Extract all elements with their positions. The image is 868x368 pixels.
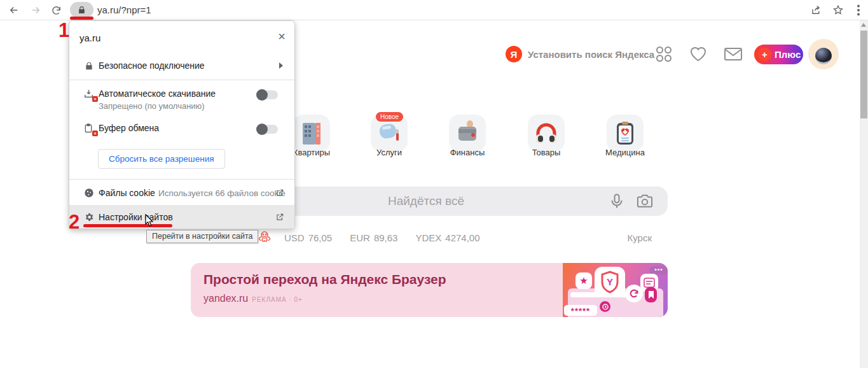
scrollbar-thumb[interactable] — [860, 31, 867, 118]
blocked-badge-icon: × — [92, 96, 98, 102]
apps-grid-icon[interactable] — [654, 45, 673, 64]
mouse-cursor — [145, 214, 154, 230]
close-icon[interactable]: × — [278, 30, 286, 43]
service-tile-apartments[interactable] — [293, 115, 330, 152]
service-label[interactable]: Медицина — [587, 148, 663, 157]
site-settings-label: Настройки сайтов — [99, 212, 173, 222]
address-bar-url[interactable]: ya.ru/?npr=1 — [97, 4, 151, 15]
external-link-icon — [275, 188, 284, 197]
scrollbar[interactable] — [860, 20, 868, 368]
paint-roller-icon — [377, 120, 401, 146]
popup-header: ya.ru × — [69, 21, 294, 52]
annotation-underline-1 — [70, 17, 93, 20]
banner-rating-stars: ***** — [564, 305, 597, 316]
currency-rates: USD76,05 EUR89,63 YDEX4274,00 — [284, 232, 480, 243]
favorites-heart-icon[interactable] — [689, 45, 708, 64]
blocked-badge-icon: × — [92, 131, 98, 136]
medical-clipboard-icon — [614, 120, 636, 146]
headphones-icon — [534, 120, 559, 146]
clipboard-icon: × — [83, 123, 95, 134]
auto-download-toggle[interactable] — [256, 90, 278, 99]
annotation-step-1: 1 — [59, 19, 69, 42]
auto-download-status: Запрещено (по умолчанию) — [99, 101, 205, 111]
ad-banner[interactable]: Простой переход на Яндекс Браузер yandex… — [191, 263, 668, 317]
banner-domain: yandex.ruРЕКЛАМА · 0+ — [203, 293, 303, 304]
back-icon[interactable] — [6, 3, 22, 18]
svg-text:Y: Y — [607, 276, 613, 287]
banner-shield-icon: Y — [595, 267, 625, 297]
clipboard-toggle[interactable] — [256, 125, 278, 134]
forward-icon[interactable] — [28, 3, 43, 18]
clipboard-label: Буфер обмена — [99, 123, 159, 133]
popup-site-title: ya.ru — [79, 32, 100, 43]
banner-star-icon: ★ — [575, 272, 592, 289]
city-selector[interactable]: Курск — [628, 232, 652, 243]
banner-illustration: ★ Y ••• ***** — [563, 263, 668, 317]
voice-search-mic-icon[interactable] — [608, 192, 626, 210]
gear-icon — [83, 211, 95, 223]
annotation-step-2: 2 — [69, 211, 79, 234]
banner-ad-label: РЕКЛАМА · 0+ — [252, 296, 303, 303]
permissions-section: × Автоматическое скачивание Запрещено (п… — [69, 80, 294, 179]
lock-icon — [83, 60, 95, 71]
cookies-row[interactable]: Файлы cookie Используется 66 файлов cook… — [69, 181, 294, 205]
mail-icon[interactable] — [724, 45, 743, 64]
browser-toolbar: ya.ru/?npr=1 — [0, 0, 868, 20]
site-info-lock-button[interactable] — [70, 2, 93, 18]
bookmark-star-icon[interactable] — [830, 3, 846, 18]
chevron-right-icon — [279, 62, 283, 69]
service-label[interactable]: Товары — [508, 148, 584, 157]
install-search-link[interactable]: Установить поиск Яндекса — [528, 49, 654, 60]
service-tile-goods[interactable] — [528, 115, 565, 152]
service-tile-finance[interactable] — [449, 115, 486, 152]
avatar-image — [815, 48, 832, 64]
plus-logo-icon: + — [758, 48, 771, 61]
cookies-count-info: Используется 66 файлов cookie — [158, 188, 286, 198]
service-tile-medicine[interactable] — [607, 115, 644, 152]
yandex-logo[interactable]: Я — [506, 46, 522, 62]
external-link-icon — [275, 213, 284, 222]
rate-usd[interactable]: USD76,05 — [284, 232, 332, 243]
plus-subscription-button[interactable]: + Плюс — [754, 45, 803, 64]
tooltip: Перейти в настройки сайта — [146, 230, 258, 243]
banner-bookmark-icon — [645, 287, 657, 302]
service-label[interactable]: Услуги — [351, 148, 427, 157]
refresh-icon[interactable] — [48, 3, 64, 18]
auto-download-icon: × — [83, 88, 95, 100]
image-search-icon[interactable] — [636, 192, 654, 210]
annotation-underline-2 — [83, 224, 172, 227]
auto-download-label: Автоматическое скачивание — [99, 88, 216, 99]
cookie-icon — [83, 187, 95, 199]
rate-eur[interactable]: EUR89,63 — [350, 232, 397, 243]
wallet-icon — [456, 120, 479, 146]
new-badge: Новое — [376, 112, 403, 122]
auto-download-row: × Автоматическое скачивание Запрещено (п… — [69, 84, 294, 113]
reset-permissions-button[interactable]: Сбросить все разрешения — [98, 149, 225, 169]
cookies-label: Файлы cookie — [99, 188, 155, 198]
service-label[interactable]: Финансы — [429, 148, 506, 157]
scrollbar-up-arrow[interactable] — [861, 23, 866, 27]
banner-clock-icon — [600, 301, 610, 312]
site-info-popup: ya.ru × Безопасное подключение × Автомат… — [69, 20, 295, 229]
rate-ydex[interactable]: YDEX4274,00 — [415, 232, 479, 243]
banner-title: Простой переход на Яндекс Браузер — [203, 272, 446, 287]
lock-icon — [78, 6, 86, 14]
secure-connection-label: Безопасное подключение — [99, 60, 205, 71]
banner-refresh-icon — [625, 285, 643, 302]
plus-button-label: Плюс — [775, 49, 801, 60]
secure-connection-row[interactable]: Безопасное подключение — [69, 52, 294, 80]
clipboard-row: × Буфер обмена — [69, 118, 294, 144]
building-icon — [300, 120, 323, 146]
info-bar: USD76,05 EUR89,63 YDEX4274,00 Курск — [191, 230, 668, 247]
menu-dots-icon[interactable] — [851, 3, 866, 18]
browser-window: ya.ru/?npr=1 1 Я Установить поиск Яндекс… — [0, 0, 868, 368]
share-icon[interactable] — [809, 3, 824, 18]
user-avatar[interactable] — [808, 39, 839, 69]
divider — [69, 179, 294, 180]
